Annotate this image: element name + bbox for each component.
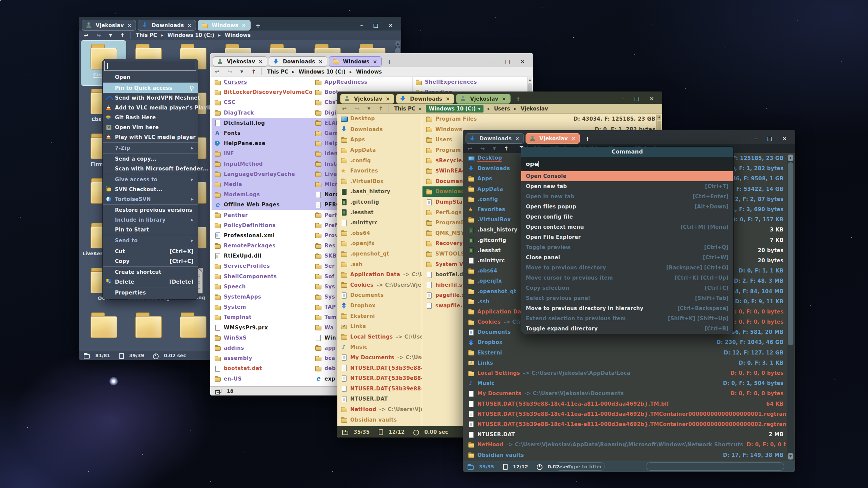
palette-item-toggle-expand-directory[interactable]: Toggle expand directory[Ctrl+B] <box>521 324 733 334</box>
breadcrumb-drive-item[interactable]: Windows 10 (C:)▼ <box>426 105 484 113</box>
up-icon[interactable]: ↑ <box>504 145 508 152</box>
menu-item-open[interactable]: Open <box>103 72 198 82</box>
palette-item-move-cursor-to-previous-item[interactable]: Move cursor to previous item[Ctrl+K] [Ct… <box>521 273 733 283</box>
palette-item-open-context-menu[interactable]: Open context menu[Ctrl+M] [Menu] <box>521 222 733 232</box>
folder-tile[interactable] <box>81 309 126 351</box>
history-dropdown-icon[interactable]: ▼ <box>493 146 496 151</box>
file-row[interactable]: NetHood-> C:\Users\Vjekoslav\AppData\Roa… <box>463 440 786 450</box>
new-tab-button[interactable]: + <box>516 96 520 102</box>
breadcrumb-item[interactable]: Windows <box>356 69 382 75</box>
close-button[interactable]: × <box>783 135 787 142</box>
menu-item-delete[interactable]: Delete[Delete] <box>103 277 198 287</box>
file-row[interactable]: TempInst <box>212 312 312 322</box>
new-tab-button[interactable]: + <box>585 136 590 142</box>
menu-item-cut[interactable]: Cut[Ctrl+X] <box>103 246 198 256</box>
menu-item-pin-to-quick-access[interactable]: Pin to Quick access <box>103 83 198 93</box>
file-row[interactable]: DropboxD: 230, F: 1043, 46 GB <box>463 337 786 347</box>
palette-item-copy-selection[interactable]: Copy selection[Ctrl+C] <box>521 283 733 293</box>
minimize-button[interactable]: – <box>360 22 363 28</box>
history-dropdown-icon[interactable]: ▼ <box>109 33 112 38</box>
file-row[interactable]: CSC <box>212 97 312 107</box>
file-row[interactable]: Cookies-> C:\Users\Vjekoslav <box>337 280 422 290</box>
file-row[interactable]: LanguageOverlayCache <box>212 169 312 179</box>
forward-icon[interactable]: ↪ <box>480 145 485 152</box>
history-dropdown-icon[interactable]: ▼ <box>368 106 370 111</box>
file-row[interactable]: MusicD: 0, F: 1, 504 bytes <box>463 378 786 388</box>
palette-item-move-to-previous-directory-in-hierarchy[interactable]: Move to previous directory in hierarchy[… <box>521 303 733 313</box>
close-button[interactable]: × <box>650 95 654 102</box>
tab-windows[interactable]: Windows× <box>198 20 250 30</box>
file-row[interactable]: NTUSER.DAT{53b39e88-18c4-11ea-a811-000d3… <box>463 399 786 409</box>
tab-close-icon[interactable]: × <box>571 136 576 142</box>
rename-input[interactable] <box>104 61 196 71</box>
file-row[interactable]: bootstat.dat <box>212 363 312 373</box>
tab-windows[interactable]: Windows× <box>329 56 381 67</box>
maximize-button[interactable]: □ <box>634 95 639 102</box>
file-row[interactable]: Offline Web Pages <box>212 200 312 210</box>
menu-item-open-vim-here[interactable]: Open Vim here <box>103 122 198 132</box>
file-row[interactable]: Professional.xml <box>212 230 312 241</box>
file-row[interactable]: AppReadiness <box>312 77 412 87</box>
tab-downloads[interactable]: Downloads× <box>466 133 524 144</box>
scroll-up-button[interactable]: ▲ <box>395 41 400 47</box>
file-row[interactable]: .VirtualBox <box>337 176 422 187</box>
palette-item-open-config-file[interactable]: Open config file <box>521 212 733 222</box>
new-tab-button[interactable]: + <box>256 22 260 29</box>
palette-item-extend-selection-to-previous-item[interactable]: Extend selection to previous item[Shift+… <box>521 313 733 324</box>
back-icon[interactable]: ↩ <box>468 145 472 152</box>
file-row[interactable]: NTUSER.DAT2 MB <box>463 429 786 440</box>
tab-close-icon[interactable]: × <box>372 59 378 65</box>
file-row[interactable]: INF <box>212 148 312 159</box>
close-button[interactable]: × <box>520 58 525 65</box>
file-row[interactable]: NTUSER.DAT{53b39e88-18c4-11ea-a811-000d3… <box>463 419 786 429</box>
maximize-button[interactable]: □ <box>505 58 510 65</box>
file-row[interactable]: RemotePackages <box>212 241 312 251</box>
file-row[interactable]: BitLockerDiscoveryVolumeContents <box>212 87 312 97</box>
file-row[interactable]: Favorites <box>337 166 422 176</box>
minimize-button[interactable]: – <box>492 58 495 65</box>
palette-item-open-new-tab[interactable]: Open new tab[Ctrl+T] <box>521 181 733 191</box>
menu-item-properties[interactable]: Properties <box>103 288 198 298</box>
file-row[interactable]: NTUSER.DAT{53b39e88-18c4-11ea-a811-000d3… <box>337 383 422 394</box>
breadcrumb-item[interactable]: Users <box>494 106 510 112</box>
file-row[interactable]: .config <box>337 155 422 166</box>
file-row[interactable]: ShellComponents <box>212 271 312 282</box>
file-row[interactable]: Cursors <box>212 77 312 87</box>
menu-item-create-shortcut[interactable]: Create shortcut <box>103 267 198 277</box>
menu-item-scan-with-microsoft-defender[interactable]: Scan with Microsoft Defender... <box>103 164 198 174</box>
scroll-down-button[interactable]: ▼ <box>788 453 793 460</box>
file-row[interactable]: Local Settings-> C:\Users\Vjekoslav\AppD… <box>337 331 422 342</box>
tab-close-icon[interactable]: × <box>241 22 247 28</box>
file-row[interactable]: WinSxS <box>212 333 312 343</box>
file-row[interactable]: Music <box>337 342 422 352</box>
palette-item-select-previous-panel[interactable]: Select previous panel[Shift+Tab] <box>521 293 733 303</box>
menu-item-play-with-vlc-media-player[interactable]: Play with VLC media player <box>103 132 198 142</box>
back-icon[interactable]: ↩ <box>215 68 219 75</box>
file-row[interactable]: NTUSER.DAT{53b39e88-18c4-11ea-a811-000d3… <box>337 373 422 384</box>
menu-item-copy[interactable]: Copy[Ctrl+C] <box>103 256 198 266</box>
menu-item-tortoisesvn[interactable]: TortoiseSVN▶ <box>103 194 198 204</box>
tab-close-icon[interactable]: × <box>126 22 132 28</box>
file-row[interactable]: Apps <box>337 135 422 145</box>
file-row[interactable]: assembly <box>212 353 312 363</box>
back-icon[interactable]: ↩ <box>342 105 347 112</box>
palette-item-toggle-preview[interactable]: Toggle preview[Ctrl+Q] <box>521 242 733 252</box>
back-icon[interactable]: ↩ <box>84 32 88 39</box>
tab-vjekoslav[interactable]: Vjekoslav× <box>526 133 580 144</box>
file-row[interactable]: PolicyDefinitions <box>212 220 312 230</box>
file-row[interactable]: AppData <box>337 145 422 156</box>
file-row[interactable]: .openjfx <box>337 238 422 249</box>
file-row[interactable]: SystemApps <box>212 292 312 302</box>
forward-icon[interactable]: ↪ <box>355 105 359 112</box>
palette-item-open-file-explorer[interactable]: Open File Explorer <box>521 232 733 242</box>
file-row[interactable]: .lesshst <box>337 207 422 218</box>
breadcrumb-item[interactable]: Windows 10 (C:) <box>299 69 346 75</box>
menu-item-send-a-copy[interactable]: Send a copy... <box>103 154 198 164</box>
menu-item-include-in-library[interactable]: Include in library▶ <box>103 215 198 225</box>
menu-item-send-to[interactable]: Send to▶ <box>103 236 198 245</box>
tab-close-icon[interactable]: × <box>385 96 391 102</box>
breadcrumb-item[interactable]: This PC <box>267 69 288 75</box>
menu-item-svn-checkout[interactable]: SVN Checkout... <box>103 184 198 194</box>
file-row[interactable]: Downloads <box>337 124 422 135</box>
file-row[interactable]: ShellExperiences <box>413 77 513 87</box>
